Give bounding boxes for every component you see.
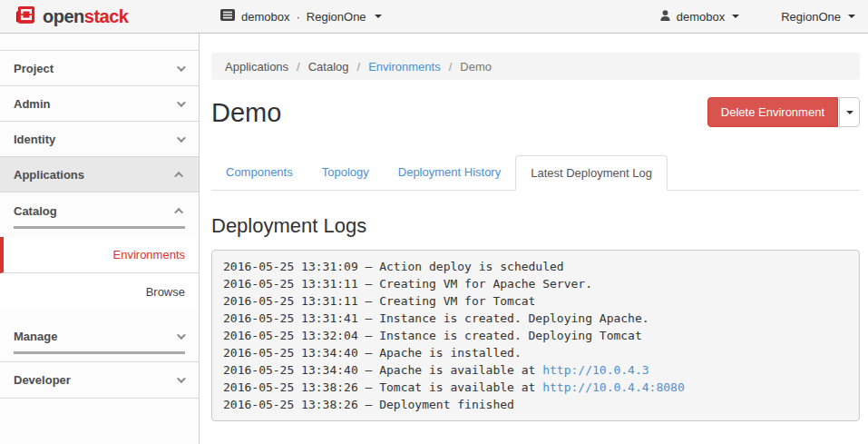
brand-text: openstack — [43, 6, 128, 27]
sidebar-section-label: Applications — [14, 168, 84, 182]
breadcrumb-catalog: Catalog — [308, 60, 349, 74]
sidebar-item-applications[interactable]: Applications — [0, 157, 199, 192]
chevron-down-icon — [177, 98, 186, 107]
tab-deployment-history[interactable]: Deployment History — [384, 155, 515, 191]
chevron-down-icon — [177, 374, 186, 383]
project-region-switcher[interactable]: demobox · RegionOne — [220, 9, 382, 24]
log-entry: 2016-05-25 13:31:09 — Action deploy is s… — [223, 258, 848, 275]
sidebar: Project Admin Identity Applications Cata… — [0, 34, 200, 444]
main-content: Applications / Catalog / Environments / … — [200, 34, 868, 444]
region-menu-label: RegionOne — [781, 10, 841, 24]
tab-latest-deployment-log[interactable]: Latest Deployment Log — [515, 155, 668, 191]
sidebar-top-spacer — [0, 34, 199, 51]
chevron-up-icon — [174, 171, 183, 180]
sidebar-item-identity[interactable]: Identity — [0, 122, 199, 157]
page-title: Demo — [211, 97, 281, 128]
navbar-right: demobox RegionOne — [659, 9, 868, 25]
sidebar-section-label: Admin — [14, 97, 50, 111]
log-url-link[interactable]: http://10.0.4.4:8080 — [542, 380, 685, 394]
context-separator: · — [296, 10, 299, 24]
sidebar-item-developer[interactable]: Developer — [0, 362, 199, 399]
context-region-label: RegionOne — [307, 10, 366, 24]
sidebar-item-environments[interactable]: Environments — [0, 237, 199, 273]
sidebar-group-catalog[interactable]: Catalog — [0, 192, 199, 218]
sidebar-item-label: Browse — [146, 285, 185, 299]
sidebar-item-project[interactable]: Project — [0, 51, 199, 86]
log-entry: 2016-05-25 13:38:26 — Tomcat is availabl… — [223, 379, 848, 396]
user-menu-label: demobox — [677, 10, 725, 24]
log-entry: 2016-05-25 13:31:11 — Creating VM for To… — [223, 292, 848, 310]
delete-environment-button[interactable]: Delete Environment — [707, 97, 838, 127]
user-icon — [659, 9, 671, 25]
log-entry: 2016-05-25 13:34:40 — Apache is installe… — [223, 344, 848, 361]
chevron-down-icon — [177, 63, 186, 72]
tab-components[interactable]: Components — [211, 155, 307, 191]
breadcrumb-environments-link[interactable]: Environments — [368, 60, 440, 74]
sidebar-group-manage[interactable]: Manage — [0, 318, 199, 343]
sidebar-section-label: Project — [14, 62, 54, 75]
project-list-icon — [220, 9, 235, 24]
top-navbar: openstack demobox · RegionOne demobox — [0, 0, 868, 34]
log-entry: 2016-05-25 13:31:41 — Instance is create… — [223, 310, 848, 327]
chevron-down-icon — [375, 15, 382, 18]
log-entry: 2016-05-25 13:34:40 — Apache is availabl… — [223, 361, 848, 379]
chevron-down-icon — [848, 15, 855, 18]
chevron-down-icon — [732, 15, 739, 18]
sidebar-section-label: Identity — [14, 133, 55, 146]
sidebar-section-label: Developer — [14, 373, 71, 387]
deployment-log-box: 2016-05-25 13:31:09 — Action deploy is s… — [211, 250, 860, 421]
region-menu[interactable]: RegionOne — [781, 10, 855, 24]
sidebar-group-label: Manage — [14, 330, 57, 343]
context-project-label: demobox — [241, 10, 289, 24]
deployment-logs-heading: Deployment Logs — [211, 214, 860, 238]
chevron-down-icon — [846, 111, 853, 114]
openstack-logo-icon — [15, 5, 36, 28]
environment-actions: Delete Environment — [707, 97, 860, 127]
breadcrumb-current: Demo — [460, 60, 492, 74]
delete-environment-dropdown-toggle[interactable] — [839, 97, 860, 127]
log-entry: 2016-05-25 13:31:11 — Creating VM for Ap… — [223, 275, 848, 292]
openstack-brand[interactable]: openstack — [0, 5, 128, 28]
log-entry: 2016-05-25 13:38:26 — Deployment finishe… — [223, 396, 848, 413]
manage-group-block: Manage — [0, 318, 199, 362]
log-url-link[interactable]: http://10.0.4.3 — [542, 363, 649, 377]
user-menu[interactable]: demobox — [659, 9, 739, 25]
chevron-down-icon — [177, 133, 186, 143]
tab-topology[interactable]: Topology — [307, 155, 384, 191]
tab-bar: Components Topology Deployment History L… — [211, 154, 860, 191]
breadcrumb: Applications / Catalog / Environments / … — [211, 53, 860, 80]
chevron-up-icon — [174, 208, 183, 217]
breadcrumb-applications: Applications — [225, 60, 288, 74]
chevron-down-icon — [177, 331, 186, 340]
sidebar-item-label: Environments — [113, 248, 185, 261]
sidebar-item-admin[interactable]: Admin — [0, 86, 199, 122]
sidebar-item-browse[interactable]: Browse — [0, 273, 199, 310]
log-entry: 2016-05-25 13:32:04 — Instance is create… — [223, 327, 848, 344]
sidebar-group-label: Catalog — [14, 204, 57, 218]
